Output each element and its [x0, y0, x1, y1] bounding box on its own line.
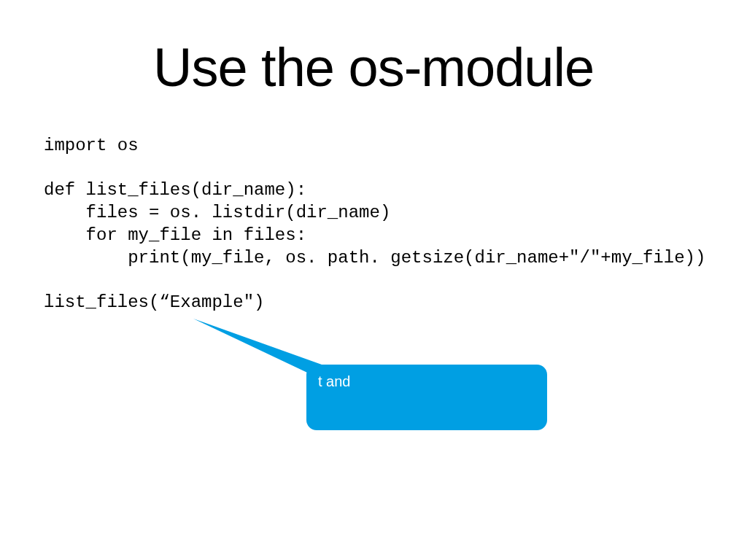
- slide-title: Use the os-module: [44, 36, 703, 98]
- code-line: import os: [44, 136, 139, 155]
- code-block: import os def list_files(dir_name): file…: [44, 135, 703, 314]
- code-line: print(my_file, os. path. getsize(dir_nam…: [44, 248, 705, 268]
- callout-text: t and: [318, 373, 350, 389]
- code-line: list_files(“Example"): [44, 292, 264, 312]
- code-line: files = os. listdir(dir_name): [44, 203, 390, 222]
- slide: Use the os-module import os def list_fil…: [0, 0, 747, 560]
- code-line: for my_file in files:: [44, 225, 306, 245]
- callout-box: t and: [306, 365, 547, 430]
- code-line: def list_files(dir_name):: [44, 180, 306, 200]
